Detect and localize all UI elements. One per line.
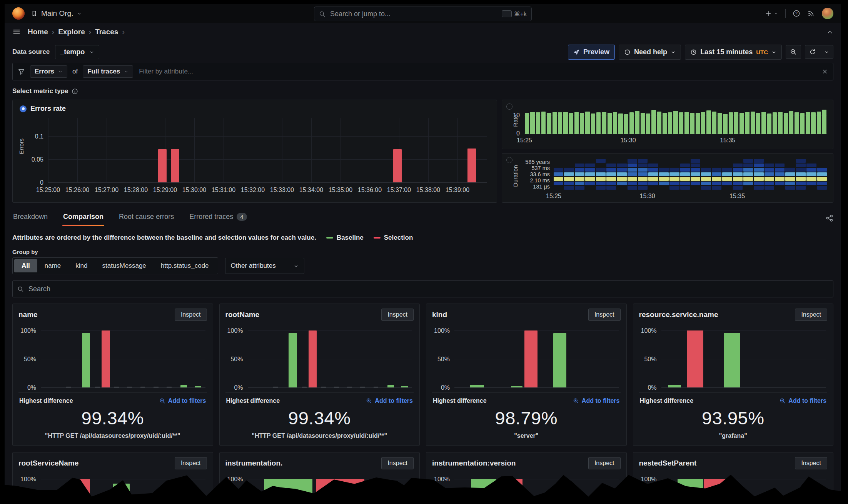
- news-rss-icon[interactable]: [807, 10, 815, 17]
- heatmap-cell: [733, 164, 743, 167]
- heatmap-cell: [617, 177, 626, 181]
- heatmap-cell: [628, 172, 637, 176]
- comparison-bar: [302, 387, 307, 387]
- search-icon: [17, 286, 24, 292]
- add-to-filters-button[interactable]: Add to filters: [366, 397, 413, 404]
- org-switcher[interactable]: Main Org.: [31, 9, 82, 18]
- heatmap-cell: [596, 159, 606, 163]
- y-tick-label: 100%: [434, 476, 450, 483]
- other-attributes-select[interactable]: Other attributes: [225, 258, 304, 274]
- add-to-filters-button[interactable]: Add to filters: [780, 397, 826, 404]
- breadcrumb-item[interactable]: Explore: [58, 28, 85, 36]
- highest-difference-name: "HTTP GET /api/datasources/proxy/uid/:ui…: [226, 432, 413, 439]
- heatmap-cell: [785, 186, 795, 190]
- inspect-button[interactable]: Inspect: [381, 309, 414, 321]
- grafana-logo-icon[interactable]: [12, 7, 25, 20]
- heatmap-cell: [575, 159, 584, 163]
- search-shortcut: ⌘+k: [502, 10, 527, 18]
- card-header: resource.service.nameInspect: [639, 309, 828, 321]
- rate-radio[interactable]: [506, 103, 512, 110]
- rate-bar: [596, 112, 601, 134]
- rate-panel: Rate 100 15:2515:3015:35: [502, 100, 833, 149]
- inspect-button[interactable]: Inspect: [175, 457, 207, 469]
- tab-breakdown[interactable]: Breakdown: [12, 209, 48, 226]
- global-search-input[interactable]: [329, 10, 498, 18]
- duration-heatmap[interactable]: [554, 159, 827, 190]
- refresh-icon: [809, 48, 816, 55]
- user-avatar[interactable]: [822, 8, 833, 19]
- search-plus-icon: [573, 398, 579, 404]
- add-to-filters-button[interactable]: Add to filters: [159, 397, 206, 404]
- chevron-up-icon[interactable]: [826, 28, 833, 35]
- inspect-button[interactable]: Inspect: [381, 457, 414, 469]
- duration-radio[interactable]: [506, 157, 512, 163]
- inspect-button[interactable]: Inspect: [588, 457, 621, 469]
- rate-chart-plot[interactable]: 100: [524, 108, 827, 134]
- y-tick-label: 100%: [227, 327, 243, 334]
- add-to-filters-button[interactable]: Add to filters: [573, 397, 620, 404]
- need-help-button[interactable]: Need help: [619, 45, 681, 60]
- zoom-out-button[interactable]: [786, 45, 801, 59]
- heatmap-cell: [564, 186, 574, 190]
- group-by-http.status_code[interactable]: http.status_code: [154, 259, 216, 272]
- preview-button[interactable]: Preview: [568, 45, 615, 60]
- inspect-button[interactable]: Inspect: [795, 309, 827, 321]
- rate-bar: [668, 112, 672, 134]
- inspect-button[interactable]: Inspect: [588, 309, 621, 321]
- heatmap-cell: [648, 172, 658, 176]
- y-tick-label: 0.05: [32, 156, 43, 163]
- attribute-search-input[interactable]: [28, 285, 828, 294]
- breadcrumb-item[interactable]: Traces: [95, 28, 118, 36]
- refresh-button[interactable]: [805, 45, 820, 58]
- y-tick-label: 100%: [641, 327, 657, 334]
- errors-rate-radio[interactable]: [20, 105, 27, 112]
- close-icon[interactable]: [822, 68, 828, 75]
- menu-hamburger-icon[interactable]: [12, 28, 21, 36]
- x-tick-label: 15:28:00: [124, 187, 148, 194]
- heatmap-cell: [785, 168, 795, 172]
- heatmap-cell: [691, 168, 700, 172]
- breadcrumb-separator: ›: [122, 28, 124, 36]
- errors-chart-plot[interactable]: 0.10.050: [48, 118, 487, 183]
- global-search[interactable]: ⌘+k: [314, 7, 532, 21]
- attribute-card-instrumentation:version: instrumentation:versionInspect100%50%0%: [426, 452, 627, 504]
- rate-bar: [778, 112, 782, 134]
- tab-comparison[interactable]: Comparison: [62, 209, 104, 226]
- rate-bar: [530, 112, 534, 134]
- chevron-down-icon: [771, 50, 776, 55]
- filter-traces-select[interactable]: Full traces: [83, 65, 133, 78]
- heatmap-cell: [691, 159, 700, 163]
- refresh-interval-button[interactable]: [820, 45, 833, 58]
- group-by-kind[interactable]: kind: [68, 259, 95, 272]
- comparison-bar: [687, 330, 703, 387]
- filter-metric-select[interactable]: Errors: [30, 65, 67, 78]
- heatmap-cell: [648, 164, 658, 167]
- heatmap-cell: [606, 172, 616, 176]
- info-icon[interactable]: [72, 88, 78, 95]
- inspect-button[interactable]: Inspect: [795, 457, 827, 469]
- breadcrumb-item[interactable]: Home: [28, 28, 48, 36]
- heatmap-cell: [743, 177, 753, 181]
- time-range-picker[interactable]: Last 15 minutes UTC: [685, 45, 782, 60]
- heatmap-cell: [680, 168, 690, 172]
- help-icon[interactable]: ?: [793, 10, 800, 17]
- share-icon[interactable]: [826, 214, 833, 226]
- group-by-statusmessage[interactable]: statusMessage: [95, 259, 153, 272]
- filter-attribute-input[interactable]: [138, 67, 817, 76]
- heatmap-cell: [617, 168, 626, 172]
- card-chart: 100%50%0%: [248, 331, 412, 388]
- tab-errored-traces[interactable]: Errored traces4: [189, 209, 247, 226]
- group-by-all[interactable]: All: [14, 259, 37, 272]
- data-source-select[interactable]: _tempo: [55, 45, 99, 59]
- heatmap-cell: [765, 159, 774, 163]
- heatmap-cell: [585, 182, 595, 185]
- x-tick-label: 15:30: [639, 193, 655, 200]
- new-menu-button[interactable]: [765, 10, 778, 17]
- tab-root-cause-errors[interactable]: Root cause errors: [118, 209, 175, 226]
- group-by-name[interactable]: name: [37, 259, 68, 272]
- highest-difference-value: 93.95%: [640, 407, 827, 429]
- heatmap-cell: [564, 182, 574, 185]
- y-tick-label: 2.10 ms: [530, 177, 550, 184]
- inspect-button[interactable]: Inspect: [175, 309, 207, 321]
- comparison-bar: [102, 330, 110, 387]
